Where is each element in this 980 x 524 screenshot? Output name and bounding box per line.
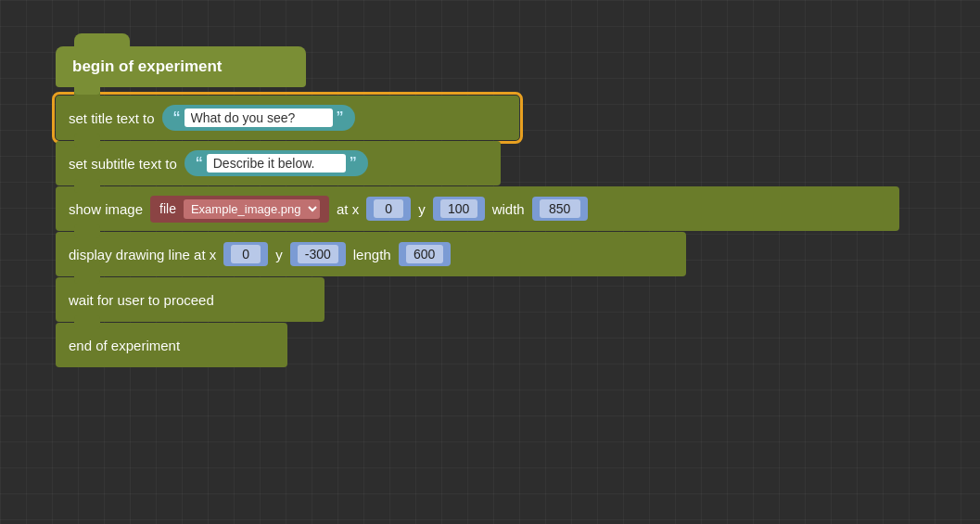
set-title-block: set title text to “ ” [56,96,519,140]
set-subtitle-block: set subtitle text to “ ” [56,141,501,185]
begin-label: begin of experiment [72,58,223,76]
draw-length-value [399,242,451,266]
y-label: y [418,201,426,217]
end-label: end of experiment [69,338,180,353]
title-text-input[interactable] [185,109,333,127]
file-select[interactable]: Example_image.png [184,199,320,219]
draw-y-input[interactable] [298,245,338,263]
width-input[interactable] [540,199,580,218]
show-image-label: show image [69,201,143,217]
open-quote: “ [173,109,181,126]
subtitle-value-string: “ ” [185,150,368,176]
set-title-label: set title text to [69,110,155,126]
subtitle-text-input[interactable] [207,154,346,173]
close-quote: ” [337,109,344,126]
draw-length-label: length [353,247,391,262]
show-image-block: show image file Example_image.png at x y… [56,186,899,231]
wait-label: wait for user to proceed [69,292,214,308]
file-value: file Example_image.png [150,196,329,223]
subtitle-close-quote: ” [350,155,357,172]
draw-y-value [290,242,346,266]
begin-block: begin of experiment [56,46,306,87]
x-value [366,197,411,221]
at-x-label: at x [337,201,359,217]
y-input[interactable] [440,199,477,218]
file-label: file [159,201,176,216]
draw-y-label: y [275,247,283,262]
workspace: begin of experiment set title text to “ … [56,46,899,367]
end-block: end of experiment [56,323,287,367]
draw-length-input[interactable] [406,245,443,263]
title-value-string: “ ” [162,105,355,131]
draw-x-input[interactable] [231,245,261,263]
block-stack: begin of experiment set title text to “ … [56,46,899,367]
display-drawing-label: display drawing line at x [69,247,216,262]
draw-x-value [223,242,268,266]
width-label: width [492,201,525,217]
display-drawing-block: display drawing line at x y length [56,232,686,276]
width-value [532,197,588,221]
set-subtitle-label: set subtitle text to [69,156,177,172]
x-input[interactable] [374,199,403,218]
subtitle-open-quote: “ [196,155,203,172]
y-value [433,197,485,221]
